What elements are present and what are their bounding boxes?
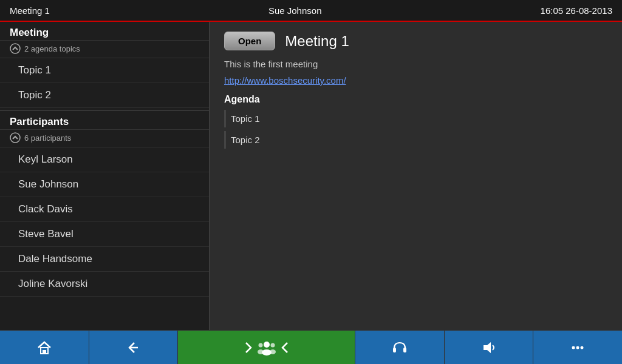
- sidebar-person-item[interactable]: Steve Bavel: [0, 222, 209, 247]
- sidebar-topics: Topic 1Topic 2: [0, 58, 209, 108]
- agenda-item: Topic 1: [224, 110, 607, 127]
- agenda-item: Topic 2: [224, 131, 607, 149]
- svg-point-15: [576, 346, 579, 349]
- headphone-icon: [391, 339, 408, 356]
- svg-point-9: [270, 343, 275, 347]
- meeting-title: Meeting 1: [285, 33, 349, 50]
- sidebar-topic-item[interactable]: Topic 1: [0, 58, 209, 83]
- content-header: Open Meeting 1: [224, 32, 607, 50]
- participants-section-header: Participants: [0, 110, 209, 130]
- back-icon: [125, 339, 142, 356]
- bottom-bar: [0, 330, 622, 364]
- content-panel: Open Meeting 1 This is the first meeting…: [210, 22, 622, 330]
- sidebar-person-item[interactable]: Dale Handsome: [0, 247, 209, 272]
- volume-button[interactable]: [445, 331, 534, 364]
- sidebar-person-item[interactable]: Joline Kavorski: [0, 272, 209, 297]
- svg-point-16: [581, 346, 584, 349]
- top-bar-center: Sue Johnson: [268, 5, 322, 16]
- sidebar-person-item[interactable]: Keyl Larson: [0, 147, 209, 172]
- meeting-button[interactable]: [178, 331, 355, 364]
- home-button[interactable]: [0, 331, 89, 364]
- top-bar-right: 16:05 26-08-2013: [541, 5, 612, 16]
- top-bar: Meeting 1 Sue Johnson 16:05 26-08-2013: [0, 0, 622, 22]
- svg-point-10: [270, 349, 276, 354]
- back-button[interactable]: [89, 331, 179, 364]
- chevron-up-icon-2: [10, 132, 21, 143]
- forward-icon: [240, 339, 257, 356]
- svg-point-7: [258, 343, 262, 347]
- svg-point-0: [10, 44, 20, 53]
- svg-rect-12: [403, 348, 406, 352]
- sidebar-topic-item[interactable]: Topic 2: [0, 83, 209, 108]
- agenda-label: Agenda: [224, 94, 607, 105]
- sidebar: Meeting 2 agenda topics Topic 1Topic 2 P…: [0, 22, 210, 330]
- svg-point-1: [10, 133, 20, 143]
- meeting-link[interactable]: http://www.boschsecurity.com/: [224, 75, 607, 86]
- meeting-section-header: Meeting: [0, 22, 209, 41]
- sidebar-person-item[interactable]: Sue Johnson: [0, 172, 209, 197]
- open-button[interactable]: Open: [224, 32, 275, 50]
- sidebar-people: Keyl LarsonSue JohnsonClack DavisSteve B…: [0, 147, 209, 297]
- more-icon: [569, 339, 586, 356]
- svg-rect-11: [393, 348, 396, 352]
- svg-marker-13: [484, 342, 491, 353]
- sidebar-person-item[interactable]: Clack Davis: [0, 197, 209, 222]
- agenda-sub-header[interactable]: 2 agenda topics: [0, 41, 209, 58]
- more-button[interactable]: [533, 331, 622, 364]
- agenda-list: Topic 1Topic 2: [224, 110, 607, 149]
- main-area: Meeting 2 agenda topics Topic 1Topic 2 P…: [0, 22, 622, 330]
- participants-icon: [257, 339, 276, 356]
- volume-icon: [480, 339, 497, 356]
- meeting-description: This is the first meeting: [224, 59, 607, 69]
- svg-rect-3: [43, 350, 46, 354]
- svg-point-8: [258, 349, 264, 354]
- back2-icon: [276, 339, 293, 356]
- participants-sub-header[interactable]: 6 participants: [0, 130, 209, 147]
- svg-point-14: [572, 346, 575, 349]
- headphone-button[interactable]: [355, 331, 445, 364]
- svg-point-5: [264, 342, 270, 348]
- home-icon: [36, 339, 53, 356]
- chevron-up-icon: [10, 43, 21, 54]
- top-bar-left: Meeting 1: [10, 5, 50, 16]
